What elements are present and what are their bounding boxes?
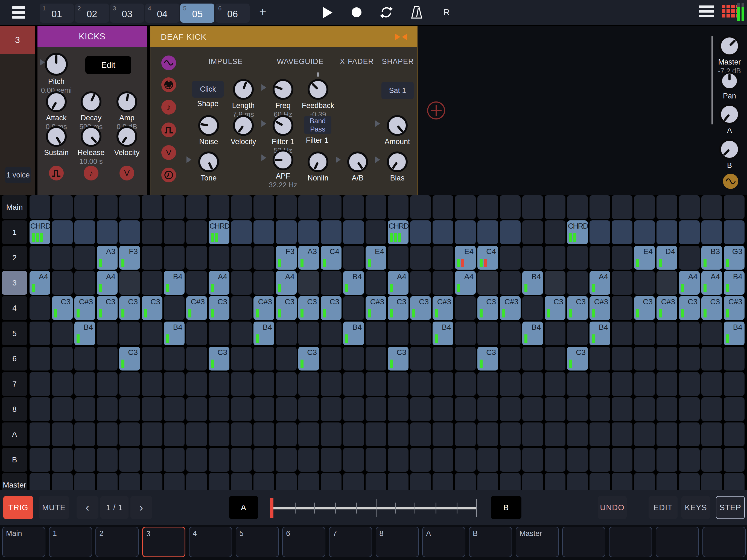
- step-cell-A-20[interactable]: [455, 423, 476, 446]
- step-cell-Master-18[interactable]: [410, 473, 431, 490]
- step-cell-3-19[interactable]: [433, 271, 453, 295]
- step-cell-Master-7[interactable]: [164, 473, 185, 490]
- step-cell-Main-29[interactable]: [656, 195, 677, 219]
- step-cell-8-31[interactable]: [701, 397, 722, 421]
- step-cell-Main-10[interactable]: [231, 195, 252, 219]
- track-tab-8[interactable]: 8: [376, 527, 419, 557]
- step-cell-8-27[interactable]: [612, 397, 633, 421]
- step-cell-3-18[interactable]: [410, 271, 431, 295]
- step-cell-Main-12[interactable]: [276, 195, 297, 219]
- step-cell-2-10[interactable]: [231, 246, 252, 270]
- step-cell-5-31[interactable]: [701, 322, 722, 345]
- step-cell-6-19[interactable]: [433, 347, 453, 371]
- step-cell-B-2[interactable]: [52, 448, 73, 472]
- step-cell-A-29[interactable]: [656, 423, 677, 446]
- step-cell-B-29[interactable]: [656, 448, 677, 472]
- step-cell-6-9[interactable]: C3: [209, 347, 229, 371]
- step-cell-4-9[interactable]: C3: [209, 296, 229, 320]
- step-cell-4-19[interactable]: C#3: [433, 296, 453, 320]
- note-icon[interactable]: ♪: [161, 100, 176, 114]
- step-cell-5-12[interactable]: [276, 322, 297, 345]
- row-label-2[interactable]: 2: [2, 246, 27, 270]
- row-label-B[interactable]: B: [2, 448, 27, 472]
- pad-grid-icon[interactable]: [722, 5, 739, 18]
- step-cell-2-1[interactable]: [29, 246, 50, 270]
- step-cell-7-2[interactable]: [52, 372, 73, 396]
- step-cell-Master-22[interactable]: [500, 473, 521, 490]
- step-cell-5-18[interactable]: [410, 322, 431, 345]
- step-cell-Master-14[interactable]: [321, 473, 341, 490]
- step-cell-2-32[interactable]: G3: [724, 246, 745, 270]
- step-cell-8-11[interactable]: [254, 397, 274, 421]
- step-cell-1-8[interactable]: [186, 221, 207, 244]
- step-cell-Master-6[interactable]: [141, 473, 162, 490]
- step-cell-A-17[interactable]: [388, 423, 409, 446]
- step-cell-3-7[interactable]: B4: [164, 271, 185, 295]
- step-cell-A-11[interactable]: [254, 423, 274, 446]
- step-mode-button[interactable]: STEP: [716, 496, 745, 519]
- step-cell-5-8[interactable]: [186, 322, 207, 345]
- send-a-knob[interactable]: A: [705, 104, 747, 135]
- step-cell-A-22[interactable]: [500, 423, 521, 446]
- step-cell-5-4[interactable]: [97, 322, 118, 345]
- step-cell-Master-10[interactable]: [231, 473, 252, 490]
- step-cell-5-27[interactable]: [612, 322, 633, 345]
- step-cell-5-2[interactable]: [52, 322, 73, 345]
- step-cell-6-4[interactable]: [97, 347, 118, 371]
- step-cell-6-31[interactable]: [701, 347, 722, 371]
- step-cell-5-10[interactable]: [231, 322, 252, 345]
- step-cell-5-26[interactable]: B4: [590, 322, 610, 345]
- step-cell-1-30[interactable]: [679, 221, 700, 244]
- step-cell-A-26[interactable]: [590, 423, 610, 446]
- step-cell-Master-26[interactable]: [590, 473, 610, 490]
- waveform-icon[interactable]: [723, 174, 738, 189]
- step-cell-5-1[interactable]: [29, 322, 50, 345]
- step-cell-8-25[interactable]: [567, 397, 588, 421]
- step-cell-8-3[interactable]: [74, 397, 95, 421]
- step-cell-Main-27[interactable]: [612, 195, 633, 219]
- step-cell-Master-27[interactable]: [612, 473, 633, 490]
- step-cell-4-1[interactable]: [29, 296, 50, 320]
- step-cell-8-26[interactable]: [590, 397, 610, 421]
- step-cell-Main-1[interactable]: [29, 195, 50, 219]
- step-cell-8-18[interactable]: [410, 397, 431, 421]
- step-cell-7-7[interactable]: [164, 372, 185, 396]
- step-cell-8-13[interactable]: [298, 397, 319, 421]
- step-cell-1-10[interactable]: [231, 221, 252, 244]
- step-cell-7-32[interactable]: [724, 372, 745, 396]
- step-cell-1-18[interactable]: [410, 221, 431, 244]
- step-cell-2-9[interactable]: [209, 246, 229, 270]
- row-label-6[interactable]: 6: [2, 347, 27, 371]
- edit-button[interactable]: Edit: [85, 56, 131, 74]
- row-label-A[interactable]: A: [2, 423, 27, 446]
- step-cell-7-14[interactable]: [321, 372, 341, 396]
- step-cell-8-12[interactable]: [276, 397, 297, 421]
- step-cell-A-4[interactable]: [97, 423, 118, 446]
- step-cell-1-26[interactable]: [590, 221, 610, 244]
- step-cell-Master-20[interactable]: [455, 473, 476, 490]
- step-cell-B-6[interactable]: [141, 448, 162, 472]
- step-cell-Main-23[interactable]: [522, 195, 543, 219]
- step-cell-3-6[interactable]: [141, 271, 162, 295]
- step-cell-3-4[interactable]: A4: [97, 271, 118, 295]
- step-cell-7-9[interactable]: [209, 372, 229, 396]
- step-cell-Main-8[interactable]: [186, 195, 207, 219]
- step-cell-A-30[interactable]: [679, 423, 700, 446]
- step-cell-5-24[interactable]: [545, 322, 565, 345]
- step-cell-6-10[interactable]: [231, 347, 252, 371]
- step-cell-2-15[interactable]: [343, 246, 364, 270]
- step-cell-4-29[interactable]: C#3: [656, 296, 677, 320]
- step-cell-5-9[interactable]: [209, 322, 229, 345]
- step-cell-A-1[interactable]: [29, 423, 50, 446]
- step-cell-5-22[interactable]: [500, 322, 521, 345]
- step-cell-7-30[interactable]: [679, 372, 700, 396]
- track-tab-empty-14[interactable]: [656, 527, 699, 557]
- step-cell-6-15[interactable]: [343, 347, 364, 371]
- step-cell-Master-12[interactable]: [276, 473, 297, 490]
- step-cell-4-6[interactable]: C3: [141, 296, 162, 320]
- morph-slider[interactable]: [262, 494, 481, 521]
- step-cell-Main-16[interactable]: [366, 195, 386, 219]
- step-cell-B-21[interactable]: [478, 448, 498, 472]
- step-cell-8-8[interactable]: [186, 397, 207, 421]
- step-cell-8-10[interactable]: [231, 397, 252, 421]
